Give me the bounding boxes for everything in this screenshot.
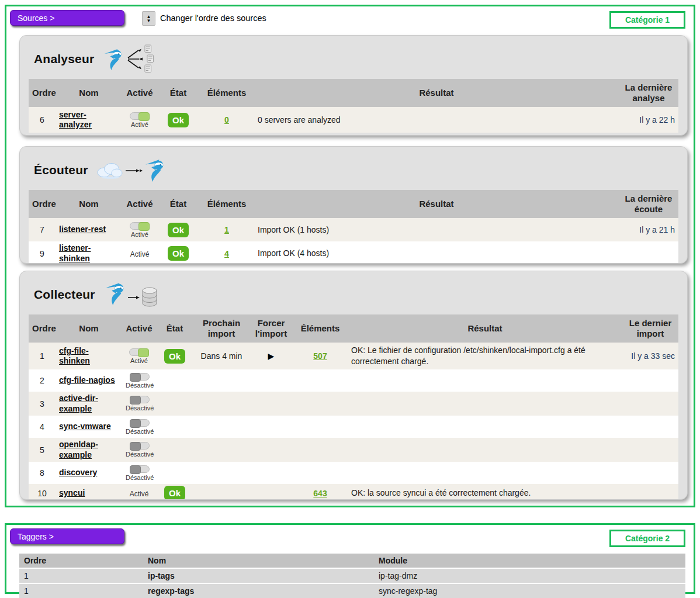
elements-link[interactable]: 4 [224,249,229,258]
active-toggle[interactable]: Activé [130,222,150,238]
col-ordre: Ordre [29,314,56,343]
active-toggle[interactable]: Activé [129,348,149,364]
taggers-section: Taggers > Catégorie 2 Ordre Nom Module 1… [5,523,695,594]
active-toggle[interactable]: Désactivé [126,396,154,412]
table-row: 6 server-analyzer Activé Ok 0 0 servers … [29,107,678,133]
collecteur-icon [103,280,162,309]
toggle-label: Désactivé [126,428,154,435]
elements-link[interactable]: 507 [313,351,327,361]
table-row: 3 active-dir-example Désactivé [29,392,678,416]
ordre-cell: 9 [29,241,56,264]
analyseur-icon [102,44,163,74]
collecteur-table: Ordre Nom Activé État Prochain import Fo… [29,314,678,500]
source-link[interactable]: server-analyzer [59,110,119,130]
last-run-cell: Il y a 22 h [619,107,678,133]
table-row: 7 listener-rest Activé Ok 1 Import OK (1… [29,218,678,241]
source-link[interactable]: syncui [59,488,85,499]
toggle-label: Activé [131,121,148,128]
col-last-import: Le dernier import [622,314,678,343]
sources-section: Sources > ▲ ▼ Changer l'ordre des source… [5,5,695,507]
source-link[interactable]: listener-shinken [59,243,119,264]
elements-link[interactable]: 643 [313,489,327,498]
next-import-cell: Dans 4 min [193,343,249,369]
source-link[interactable]: openldap-example [59,440,119,460]
ordre-cell: 3 [29,392,56,416]
force-import-play-icon[interactable]: ▶ [268,351,275,361]
cloud-icon [98,164,122,179]
server-icon [147,55,154,63]
tagger-name: regexp-tags [143,583,374,598]
ordre-cell: 5 [29,438,56,462]
fanout-arrows-icon [128,50,139,68]
col-ordre: Ordre [29,190,56,218]
shinken-ninja-icon [145,160,163,182]
shinken-ninja-icon [106,283,123,305]
toggle-label: Activé [130,357,148,364]
last-run-cell: Il y a 33 sec [622,343,678,369]
source-link[interactable]: cfg-file-nagios [59,375,115,386]
col-nom: Nom [143,554,374,568]
sources-button[interactable]: Sources > [10,10,124,26]
status-badge: Ok [164,486,185,500]
active-toggle[interactable]: Désactivé [126,442,154,458]
table-row: 9 listener-shinken Activé Ok 4 Import OK… [29,241,678,264]
col-last-analyse: La dernière analyse [619,79,678,107]
ordre-cell: 6 [29,107,56,133]
active-label: Activé [130,490,149,498]
col-active: Activé [122,79,157,107]
ordre-cell: 10 [29,484,56,500]
source-link[interactable]: cfg-file-shinken [59,346,119,367]
result-cell: Import OK (4 hosts) [254,241,619,264]
col-nom: Nom [56,79,122,107]
table-row: 10 syncui Activé Ok 643 OK: la source sy… [29,484,678,500]
source-link[interactable]: active-dir-example [59,393,119,414]
col-ordre: Ordre [29,79,56,107]
elements-link[interactable]: 0 [224,115,229,125]
ordre-cell: 1 [19,583,143,598]
table-row: 1 ip-tags ip-tag-dmz [19,568,685,583]
active-toggle[interactable]: Activé [130,112,150,128]
ordre-cell: 1 [19,568,143,583]
taggers-button[interactable]: Taggers > [10,528,124,544]
col-resultat: Résultat [348,314,622,343]
tagger-module: sync-regexp-tag [374,583,685,598]
elements-link[interactable]: 1 [224,225,229,234]
active-toggle[interactable]: Désactivé [126,419,154,435]
ecouteur-title: Écouteur [34,163,88,177]
result-cell: OK: Le fichier de configuration /etc/shi… [348,343,622,369]
ordre-cell: 4 [29,416,56,438]
col-last-ecoute: La dernière écoute [619,190,678,218]
toggle-label: Désactivé [126,474,154,481]
analyseur-panel: Analyseur Ordre Nom Activé État [19,35,688,136]
collecteur-panel: Collecteur Ordre Nom Activé État Prochai… [19,271,688,500]
col-ordre: Ordre [19,554,143,568]
active-toggle[interactable]: Désactivé [126,373,154,389]
table-row: 5 openldap-example Désactivé [29,438,678,462]
tagger-module: ip-tag-dmz [374,568,685,583]
active-toggle[interactable]: Désactivé [126,465,154,481]
change-order-label: Changer l'ordre des sources [160,13,266,23]
last-run-cell [622,484,678,500]
active-label: Activé [130,250,150,258]
status-badge: Ok [168,113,189,127]
col-elements: Éléments [199,79,254,107]
ordre-cell: 1 [29,343,56,369]
category-2-badge: Catégorie 2 [609,530,685,547]
table-row: 4 sync-vmware Désactivé [29,416,678,438]
source-link[interactable]: discovery [59,468,97,478]
col-nom: Nom [56,314,122,343]
tagger-name: ip-tags [143,568,374,583]
col-resultat: Résultat [254,79,619,107]
col-forcer-import: Forcer l'import [249,314,293,343]
source-link[interactable]: listener-rest [59,224,106,235]
shinken-ninja-icon [105,49,122,70]
col-nom: Nom [56,190,122,218]
change-order-button[interactable]: ▲ ▼ [142,11,155,26]
analyseur-title: Analyseur [34,52,94,66]
col-active: Activé [122,314,156,343]
col-etat: État [157,79,199,107]
taggers-table: Ordre Nom Module 1 ip-tags ip-tag-dmz 1 … [19,554,685,598]
ordre-cell: 8 [29,462,56,484]
source-link[interactable]: sync-vmware [59,421,111,432]
category-1-badge: Catégorie 1 [609,11,685,29]
